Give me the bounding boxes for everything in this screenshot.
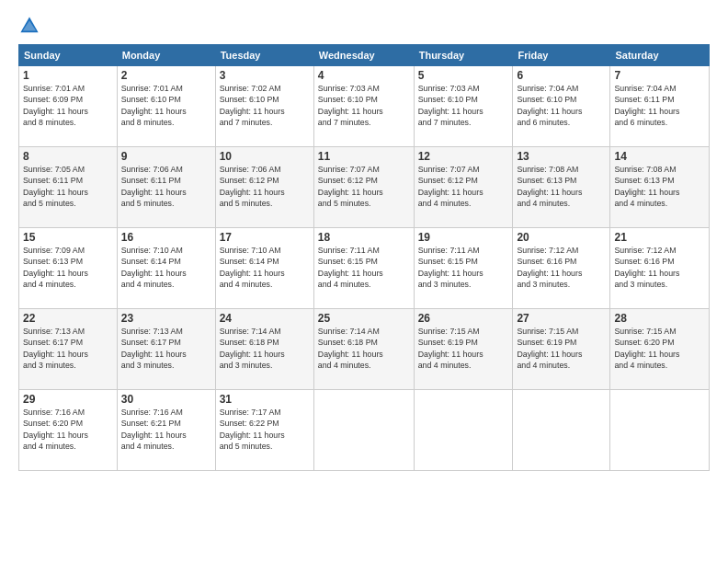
header-sunday: Sunday (19, 45, 118, 66)
calendar-cell: 25Sunrise: 7:14 AM Sunset: 6:18 PM Dayli… (313, 309, 414, 390)
day-number: 14 (614, 150, 705, 163)
calendar-cell: 7Sunrise: 7:04 AM Sunset: 6:11 PM Daylig… (610, 66, 710, 147)
day-info: Sunrise: 7:04 AM Sunset: 6:11 PM Dayligh… (614, 83, 705, 128)
calendar-cell: 21Sunrise: 7:12 AM Sunset: 6:16 PM Dayli… (610, 228, 710, 309)
calendar-cell: 22Sunrise: 7:13 AM Sunset: 6:17 PM Dayli… (19, 309, 118, 390)
day-info: Sunrise: 7:11 AM Sunset: 6:15 PM Dayligh… (318, 245, 410, 290)
header-wednesday: Wednesday (313, 45, 414, 66)
logo (18, 15, 44, 37)
day-info: Sunrise: 7:01 AM Sunset: 6:10 PM Dayligh… (121, 83, 211, 128)
day-info: Sunrise: 7:10 AM Sunset: 6:14 PM Dayligh… (121, 245, 211, 290)
calendar-cell: 11Sunrise: 7:07 AM Sunset: 6:12 PM Dayli… (313, 147, 414, 228)
calendar-cell: 6Sunrise: 7:04 AM Sunset: 6:10 PM Daylig… (513, 66, 610, 147)
calendar-cell: 26Sunrise: 7:15 AM Sunset: 6:19 PM Dayli… (414, 309, 513, 390)
calendar-cell: 16Sunrise: 7:10 AM Sunset: 6:14 PM Dayli… (117, 228, 215, 309)
day-number: 20 (517, 231, 606, 244)
calendar-week-row: 22Sunrise: 7:13 AM Sunset: 6:17 PM Dayli… (19, 309, 710, 390)
day-info: Sunrise: 7:02 AM Sunset: 6:10 PM Dayligh… (220, 83, 310, 128)
day-number: 31 (220, 393, 310, 406)
calendar-week-row: 1Sunrise: 7:01 AM Sunset: 6:09 PM Daylig… (19, 66, 710, 147)
day-info: Sunrise: 7:08 AM Sunset: 6:13 PM Dayligh… (614, 164, 705, 209)
day-number: 8 (23, 150, 113, 163)
calendar-cell: 3Sunrise: 7:02 AM Sunset: 6:10 PM Daylig… (215, 66, 313, 147)
day-info: Sunrise: 7:03 AM Sunset: 6:10 PM Dayligh… (418, 83, 509, 128)
day-number: 26 (418, 312, 509, 325)
header-saturday: Saturday (610, 45, 710, 66)
day-info: Sunrise: 7:12 AM Sunset: 6:16 PM Dayligh… (614, 245, 705, 290)
calendar-cell (513, 390, 610, 471)
calendar-cell: 20Sunrise: 7:12 AM Sunset: 6:16 PM Dayli… (513, 228, 610, 309)
day-info: Sunrise: 7:07 AM Sunset: 6:12 PM Dayligh… (318, 164, 410, 209)
day-number: 1 (23, 69, 113, 82)
header (18, 15, 710, 37)
calendar-cell: 31Sunrise: 7:17 AM Sunset: 6:22 PM Dayli… (215, 390, 313, 471)
day-number: 13 (517, 150, 606, 163)
calendar-cell: 17Sunrise: 7:10 AM Sunset: 6:14 PM Dayli… (215, 228, 313, 309)
day-info: Sunrise: 7:16 AM Sunset: 6:21 PM Dayligh… (121, 407, 211, 452)
day-info: Sunrise: 7:09 AM Sunset: 6:13 PM Dayligh… (23, 245, 113, 290)
day-info: Sunrise: 7:11 AM Sunset: 6:15 PM Dayligh… (418, 245, 509, 290)
calendar-cell: 23Sunrise: 7:13 AM Sunset: 6:17 PM Dayli… (117, 309, 215, 390)
day-number: 30 (121, 393, 211, 406)
day-info: Sunrise: 7:03 AM Sunset: 6:10 PM Dayligh… (318, 83, 410, 128)
calendar-cell (313, 390, 414, 471)
day-number: 11 (318, 150, 410, 163)
day-number: 18 (318, 231, 410, 244)
day-info: Sunrise: 7:05 AM Sunset: 6:11 PM Dayligh… (23, 164, 113, 209)
day-info: Sunrise: 7:08 AM Sunset: 6:13 PM Dayligh… (517, 164, 606, 209)
calendar-cell: 24Sunrise: 7:14 AM Sunset: 6:18 PM Dayli… (215, 309, 313, 390)
calendar-cell: 10Sunrise: 7:06 AM Sunset: 6:12 PM Dayli… (215, 147, 313, 228)
day-number: 21 (614, 231, 705, 244)
calendar-cell: 18Sunrise: 7:11 AM Sunset: 6:15 PM Dayli… (313, 228, 414, 309)
day-number: 9 (121, 150, 211, 163)
day-number: 19 (418, 231, 509, 244)
day-info: Sunrise: 7:14 AM Sunset: 6:18 PM Dayligh… (220, 326, 310, 371)
day-number: 25 (318, 312, 410, 325)
day-number: 22 (23, 312, 113, 325)
calendar-week-row: 29Sunrise: 7:16 AM Sunset: 6:20 PM Dayli… (19, 390, 710, 471)
calendar-cell: 28Sunrise: 7:15 AM Sunset: 6:20 PM Dayli… (610, 309, 710, 390)
calendar-cell: 8Sunrise: 7:05 AM Sunset: 6:11 PM Daylig… (19, 147, 118, 228)
day-info: Sunrise: 7:15 AM Sunset: 6:19 PM Dayligh… (418, 326, 509, 371)
calendar-cell: 29Sunrise: 7:16 AM Sunset: 6:20 PM Dayli… (19, 390, 118, 471)
calendar-cell: 13Sunrise: 7:08 AM Sunset: 6:13 PM Dayli… (513, 147, 610, 228)
header-monday: Monday (117, 45, 215, 66)
day-number: 10 (220, 150, 310, 163)
day-number: 27 (517, 312, 606, 325)
logo-icon (18, 15, 40, 37)
day-info: Sunrise: 7:06 AM Sunset: 6:11 PM Dayligh… (121, 164, 211, 209)
calendar-table: Sunday Monday Tuesday Wednesday Thursday… (18, 44, 710, 471)
day-info: Sunrise: 7:04 AM Sunset: 6:10 PM Dayligh… (517, 83, 606, 128)
calendar-cell: 2Sunrise: 7:01 AM Sunset: 6:10 PM Daylig… (117, 66, 215, 147)
calendar-cell: 1Sunrise: 7:01 AM Sunset: 6:09 PM Daylig… (19, 66, 118, 147)
day-info: Sunrise: 7:12 AM Sunset: 6:16 PM Dayligh… (517, 245, 606, 290)
day-number: 28 (614, 312, 705, 325)
calendar-cell: 27Sunrise: 7:15 AM Sunset: 6:19 PM Dayli… (513, 309, 610, 390)
day-info: Sunrise: 7:15 AM Sunset: 6:20 PM Dayligh… (614, 326, 705, 371)
day-number: 17 (220, 231, 310, 244)
day-info: Sunrise: 7:06 AM Sunset: 6:12 PM Dayligh… (220, 164, 310, 209)
day-number: 6 (517, 69, 606, 82)
calendar-cell: 12Sunrise: 7:07 AM Sunset: 6:12 PM Dayli… (414, 147, 513, 228)
calendar-week-row: 15Sunrise: 7:09 AM Sunset: 6:13 PM Dayli… (19, 228, 710, 309)
day-number: 16 (121, 231, 211, 244)
day-info: Sunrise: 7:10 AM Sunset: 6:14 PM Dayligh… (220, 245, 310, 290)
calendar-cell: 9Sunrise: 7:06 AM Sunset: 6:11 PM Daylig… (117, 147, 215, 228)
page: Sunday Monday Tuesday Wednesday Thursday… (0, 0, 728, 563)
day-number: 5 (418, 69, 509, 82)
day-number: 15 (23, 231, 113, 244)
calendar-cell: 19Sunrise: 7:11 AM Sunset: 6:15 PM Dayli… (414, 228, 513, 309)
calendar-cell (610, 390, 710, 471)
day-info: Sunrise: 7:01 AM Sunset: 6:09 PM Dayligh… (23, 83, 113, 128)
calendar-cell: 14Sunrise: 7:08 AM Sunset: 6:13 PM Dayli… (610, 147, 710, 228)
calendar-cell: 15Sunrise: 7:09 AM Sunset: 6:13 PM Dayli… (19, 228, 118, 309)
day-info: Sunrise: 7:14 AM Sunset: 6:18 PM Dayligh… (318, 326, 410, 371)
header-friday: Friday (513, 45, 610, 66)
day-number: 3 (220, 69, 310, 82)
day-number: 12 (418, 150, 509, 163)
weekday-header-row: Sunday Monday Tuesday Wednesday Thursday… (19, 45, 710, 66)
day-number: 7 (614, 69, 705, 82)
day-info: Sunrise: 7:17 AM Sunset: 6:22 PM Dayligh… (220, 407, 310, 452)
day-number: 2 (121, 69, 211, 82)
calendar-cell: 30Sunrise: 7:16 AM Sunset: 6:21 PM Dayli… (117, 390, 215, 471)
